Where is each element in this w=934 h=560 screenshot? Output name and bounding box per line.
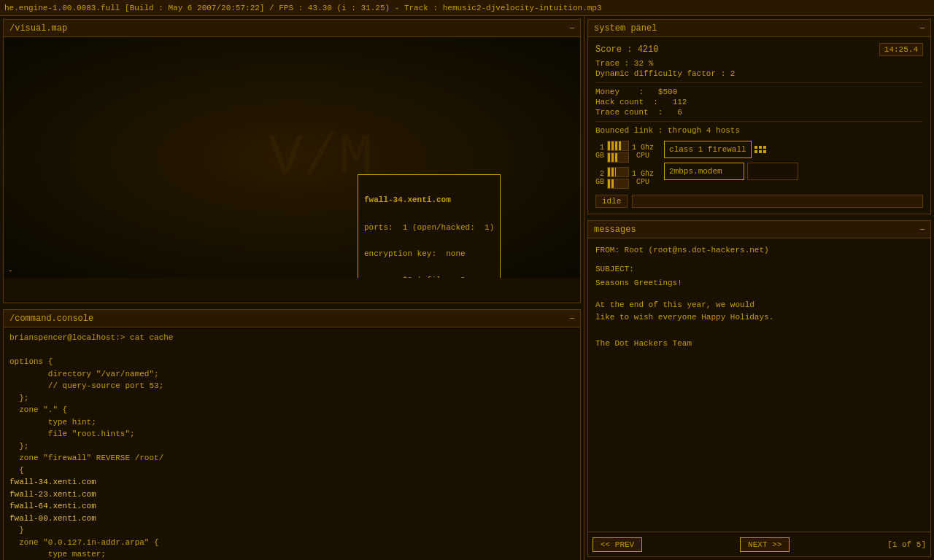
console-body: options { directory "/var/named"; // que… [9,344,574,561]
hw-right: class 1 firewall [664,141,798,189]
cpu1-block: 1 Ghz CPU [632,144,654,160]
console-content[interactable]: brianspencer@localhost:> cat cache optio… [4,327,580,560]
highlight-fwall64: fwall-64.xenti.com [9,502,96,510]
divider2 [595,121,923,122]
difficulty-label: Dynamic difficulty factor : [595,69,725,78]
message-body: At the end of this year, we would like t… [595,299,923,350]
firewall-row: class 1 firewall [664,141,798,158]
dot4 [754,150,757,153]
messages-minimize[interactable]: — [920,225,925,233]
left-column: /visual.map — V/M [0,16,584,560]
trace-count-value: 6 [677,108,682,117]
highlight-fwall34: fwall-34.xenti.com [9,478,96,486]
ram2-bar2 [607,179,629,189]
score-value: 4210 [638,44,659,55]
messages-content: FROM: Root (root@ns.dot-hackers.net) SUB… [588,238,930,532]
trace-count-label: Trace count [595,108,649,117]
map-minus[interactable]: - [8,266,13,275]
money-row: Money : $500 [595,88,923,96]
ram1-label: 1 [600,144,604,152]
highlight-fwall23: fwall-23.xenti.com [9,490,96,499]
system-time: 14:25.4 [879,43,923,56]
tooltip-encryption: encryption key: none [364,249,494,258]
dot3 [763,146,766,149]
status-progress-bar [632,195,923,208]
ram1-unit: GB [595,152,604,160]
ram2-unit: GB [595,178,604,186]
score-label: Score : [595,44,632,55]
firewall-card: class 1 firewall [664,141,752,158]
cpu2-speed: 1 Ghz [632,170,654,178]
ram1-bars [607,141,629,163]
firewall-dots-row2 [754,150,766,153]
ram2-bars [607,167,629,189]
difficulty-value: 2 [730,69,736,78]
firewall-label: class 1 firewall [669,145,746,154]
system-panel-title: system panel [594,23,657,34]
ram1-bar2 [607,152,629,163]
right-column: system panel — Score : 4210 14:25.4 Trac… [584,16,934,560]
messages-title: messages [594,225,636,235]
tooltip-title: fwall-34.xenti.com [364,195,494,204]
console-title: /command.console [9,314,93,324]
console-prompt1: brianspencer@localhost:> cat cache [9,332,574,344]
prev-button[interactable]: << PREV [593,537,642,552]
hw-row2: 2 GB 1 Ghz CPU [595,167,654,189]
money-label: Money [595,88,620,96]
command-console-panel: /command.console — brianspencer@localhos… [3,309,581,560]
node-tooltip: fwall-34.xenti.com ports: 1 (open/hacked… [358,174,501,278]
ram2-block: 2 GB [595,170,604,186]
main-layout: /visual.map — V/M [0,16,934,560]
bounced-row: Bounced link : through 4 hosts [595,126,923,135]
console-minimize[interactable]: — [570,314,574,322]
map-content: V/M [4,37,580,278]
money-value: $500 [658,88,677,96]
modem-label: 2mbps.modem [669,167,722,176]
hack-count-label: Hack count [595,98,644,106]
next-button[interactable]: NEXT >> [740,537,790,552]
title-bar: he.engine-1.00.0083.full [Build : May 6 … [0,0,934,16]
divider1 [595,82,923,83]
system-panel-minimize[interactable]: — [920,24,925,32]
dot1 [754,146,757,149]
status-bar: idle [595,195,923,208]
trace-label: Trace : [595,59,629,68]
hw-row1: 1 GB 1 Ghz CPU [595,141,654,163]
message-subject: Seasons Greetings! [595,277,923,290]
visual-map-panel: /visual.map — V/M [3,19,581,303]
cpu1-label: CPU [632,152,654,160]
trace-value: 32 % [634,59,653,68]
console-header: /command.console — [4,310,580,327]
system-panel-content: Score : 4210 14:25.4 Trace : 32 % Dynami… [588,37,930,214]
difficulty-row: Dynamic difficulty factor : 2 [595,69,923,78]
visual-map-minimize[interactable]: — [570,24,574,32]
trace-count-row: Trace count : 6 [595,108,923,117]
hw-left: 1 GB 1 Ghz CPU [595,141,654,189]
dot6 [763,150,766,153]
ram1-bar1 [607,141,629,151]
messages-header: messages — [588,221,930,238]
highlight-fwall00: fwall-00.xenti.com [9,514,96,523]
ram2-bar1 [607,167,629,177]
visual-map-title: /visual.map [9,23,67,34]
hack-count-value: 112 [673,98,687,106]
tooltip-money: money: $0 | files: 0 [364,276,494,278]
score-text: Score : 4210 [595,44,658,55]
trace-row: Trace : 32 % [595,59,923,68]
bounced-label: Bounced link : through 4 hosts [595,126,740,135]
hack-count-row: Hack count : 112 [595,98,923,106]
ram1-block: 1 GB [595,144,604,160]
system-panel: system panel — Score : 4210 14:25.4 Trac… [587,19,931,214]
ram2-label: 2 [600,170,604,178]
dot5 [759,150,762,153]
cpu2-label: CPU [632,178,654,186]
dot2 [759,146,762,149]
page-indicator: [1 of 5] [887,540,926,549]
firewall-dots-row1 [754,146,766,149]
title-text: he.engine-1.00.0083.full [Build : May 6 … [4,4,602,12]
modem-row: 2mbps.modem [664,163,798,180]
firewall-indicators [754,146,766,153]
cpu1-speed: 1 Ghz [632,144,654,152]
message-subject-label: SUBJECT: [595,263,923,276]
messages-footer: << PREV NEXT >> [1 of 5] [588,532,930,556]
